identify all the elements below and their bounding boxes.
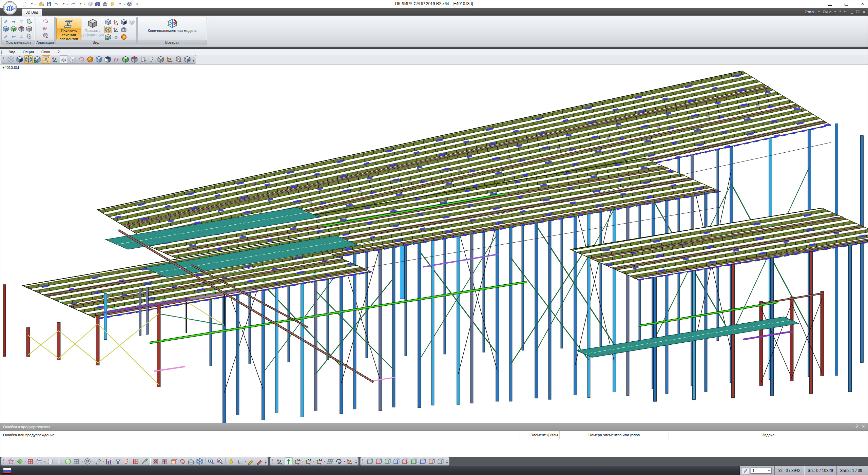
menu-item-Опции[interactable]: Опции [19, 49, 38, 55]
door-red-icon[interactable] [123, 457, 131, 466]
zoom-in-icon[interactable] [207, 457, 215, 466]
axis-YZ-icon[interactable]: YZ [315, 457, 323, 466]
close-button[interactable]: × [860, 1, 866, 7]
arrow-left-icon[interactable]: ⇐ [10, 33, 17, 40]
iso-box-icon[interactable] [127, 1, 133, 7]
target-icon[interactable] [120, 33, 128, 41]
dropdown-caret-icon[interactable]: ▾ [78, 1, 84, 7]
rotate-red-icon[interactable] [178, 457, 186, 466]
dropdown-caret-icon[interactable]: ▾ [302, 460, 304, 463]
redo-icon[interactable] [70, 1, 76, 7]
dropdown-caret-icon[interactable]: ▾ [81, 460, 83, 463]
open-file-icon[interactable] [38, 1, 44, 7]
proj-bottom-icon[interactable] [428, 457, 436, 466]
toolbar-overflow-icon[interactable]: –▾ [355, 459, 357, 464]
curve-n-icon[interactable] [113, 55, 121, 63]
box-red-icon[interactable] [169, 457, 177, 466]
axis-XY-icon[interactable]: XY [304, 457, 312, 466]
toolbar-overflow-icon[interactable]: –▾ [193, 57, 194, 62]
cube-dark-icon[interactable] [120, 18, 128, 26]
toolbar-grip[interactable] [272, 459, 274, 463]
show-deformations-button[interactable]: Показать деформации [81, 18, 104, 40]
hand-icon[interactable] [110, 1, 116, 7]
cube-green-icon[interactable] [121, 55, 130, 63]
cube-wire-icon[interactable] [104, 26, 112, 33]
dropdown-caret-icon[interactable]: ▾ [44, 460, 45, 463]
toolbar-overflow-icon[interactable]: –▾ [446, 459, 448, 464]
menu-style[interactable]: Стиль [805, 10, 815, 14]
toolbar-grip[interactable] [3, 57, 5, 61]
arrow-up-icon[interactable]: ⇑ [18, 18, 25, 25]
cube-green-icon[interactable] [10, 25, 17, 33]
tab-3d-view[interactable]: 3D Вид [22, 8, 42, 16]
arrow-right-icon[interactable]: ⇒ [10, 18, 17, 25]
app-logo-icon[interactable] [3, 1, 17, 15]
plane-icon[interactable] [112, 33, 120, 41]
star-icon[interactable] [7, 457, 15, 466]
arrow-sw-icon[interactable]: ⇙ [2, 33, 9, 40]
dropdown-caret-icon[interactable]: ▾ [313, 460, 314, 463]
structural-model-canvas[interactable] [0, 64, 868, 423]
undo-icon[interactable] [53, 1, 59, 7]
restore-button[interactable] [843, 1, 849, 7]
axes-red-icon[interactable] [166, 55, 174, 63]
cube-white-face-icon[interactable] [104, 55, 112, 63]
menu-item-Вид[interactable]: Вид [5, 49, 19, 55]
grid-gray-icon[interactable] [73, 457, 81, 466]
pin-icon[interactable] [855, 424, 859, 429]
cube-gray-icon[interactable] [25, 25, 33, 33]
film-icon[interactable] [42, 32, 49, 39]
zoom-delete-icon[interactable] [216, 457, 224, 466]
proj-back-icon[interactable] [384, 457, 392, 466]
dropdown-caret-icon[interactable]: ▾ [344, 460, 345, 463]
curve-icon[interactable] [77, 55, 85, 63]
funnel-icon[interactable] [114, 457, 122, 466]
dropdown-caret-icon[interactable]: ▾ [245, 460, 246, 463]
table-up-icon[interactable] [160, 457, 169, 466]
fe-model-button[interactable]: Конечноэлементная модель [147, 18, 198, 40]
axes-color-icon[interactable] [276, 457, 284, 466]
arrow-down-icon[interactable]: ⇓ [18, 33, 25, 40]
cube-camera-icon[interactable] [120, 26, 128, 33]
dropdown-caret-icon[interactable]: ▾ [117, 1, 123, 7]
cube-ball-icon[interactable] [33, 55, 41, 63]
curve-n-icon[interactable] [42, 25, 49, 32]
cube-blue-icon[interactable] [95, 55, 103, 63]
axis-XZ-icon[interactable]: XZ [293, 457, 302, 466]
cube-red-top-icon[interactable] [130, 55, 138, 63]
close-panel-icon[interactable]: ✕ [862, 424, 865, 429]
dropdown-caret-icon[interactable]: ▾ [92, 460, 94, 463]
curve-icon[interactable] [42, 18, 49, 25]
diamond-icon[interactable] [16, 457, 24, 466]
pencil-yellow-icon[interactable] [247, 457, 255, 466]
dropdown-caret-icon[interactable]: ▾ [123, 3, 125, 6]
new-document-icon[interactable] [21, 1, 27, 7]
label-L-icon[interactable]: L, [236, 457, 244, 466]
cube-gray-icon[interactable] [157, 55, 165, 63]
proj-top-icon[interactable] [419, 457, 427, 466]
dropdown-caret-icon[interactable]: ▾ [35, 3, 37, 6]
ibeam-icon[interactable] [42, 55, 50, 63]
proj-frame-icon[interactable] [401, 457, 409, 466]
blank[interactable] [128, 26, 135, 33]
cube-dark-icon[interactable] [16, 55, 24, 63]
toolbar-options-overflow-icon[interactable]: ▾ [134, 1, 140, 7]
dropdown-caret-icon[interactable]: ▾ [61, 1, 67, 7]
camera-icon[interactable] [102, 1, 108, 7]
axes-color-icon[interactable] [112, 26, 120, 33]
frame-red-icon[interactable] [132, 457, 140, 466]
door-icon[interactable] [25, 33, 33, 40]
cube-ghost-icon[interactable] [128, 18, 135, 26]
proj-left-icon[interactable] [392, 457, 401, 466]
cylinder-lines-icon[interactable] [55, 457, 63, 466]
edit-mode-icon[interactable] [741, 467, 749, 474]
cube-solid-icon[interactable] [104, 18, 112, 26]
sphere-green-icon[interactable] [64, 457, 72, 466]
axes-red-icon[interactable] [112, 18, 120, 26]
cube-gear-icon[interactable] [183, 55, 191, 63]
proj-front-icon[interactable] [375, 457, 383, 466]
col-task[interactable]: Задача [669, 431, 868, 439]
grid-flat-icon[interactable] [326, 457, 334, 466]
axes-color-icon[interactable] [51, 55, 59, 63]
language-flag-icon[interactable] [3, 468, 11, 474]
